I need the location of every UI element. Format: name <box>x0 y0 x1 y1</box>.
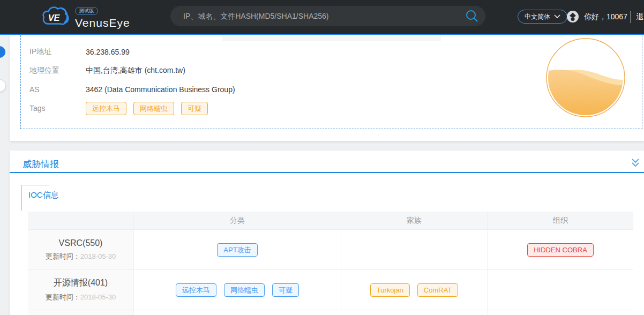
table-row-partial <box>28 310 633 315</box>
family-cell <box>341 310 488 315</box>
section-header: 威胁情报 <box>10 151 644 173</box>
table-row: VSRC(550) 更新时间：2018-05-30 APT攻击 HIDDEN C… <box>28 229 633 269</box>
section-title: 威胁情报 <box>23 158 59 170</box>
updated-date: 2018-05-30 <box>80 252 116 260</box>
header-cell-category: 分类 <box>134 212 341 229</box>
threat-intel-card: 威胁情报 IOC信息 分类 家族 组织 VSRC(550) <box>10 151 644 315</box>
category-cell <box>134 310 341 315</box>
source-cell: 开源情报(401) 更新时间：2018-05-30 <box>28 270 134 310</box>
chevron-down-icon <box>554 13 560 20</box>
table-row: 开源情报(401) 更新时间：2018-05-30 远控木马 网络蠕虫 可疑 T… <box>28 269 633 310</box>
floating-dock-button-white[interactable] <box>0 79 6 92</box>
summary-tag: 可疑 <box>181 102 208 115</box>
category-tag: 可疑 <box>272 283 299 297</box>
svg-text:VE: VE <box>48 13 61 22</box>
table-header-row: 分类 家族 组织 <box>28 212 633 229</box>
ioc-section-title: IOC信息 <box>28 190 59 200</box>
summary-tag: 网络蠕虫 <box>133 102 174 115</box>
category-tag: 网络蠕虫 <box>224 283 265 297</box>
beta-badge: 测试版 <box>75 7 98 15</box>
venuseye-page: VE 测试版 VenusEye 中文简体 <box>0 0 644 315</box>
organization-cell: HIDDEN COBRA <box>488 230 633 269</box>
language-label: 中文简体 <box>525 12 550 21</box>
summary-tag: 远控木马 <box>86 102 126 115</box>
field-value: 中国,台湾,高雄市 (cht.com.tw) <box>86 66 185 76</box>
family-cell: Turkojan ComRAT <box>341 270 488 310</box>
double-chevron-down-icon[interactable] <box>631 158 640 168</box>
organization-cell <box>488 310 633 315</box>
organization-tag: HIDDEN COBRA <box>527 243 594 257</box>
updated-label: 更新时间： <box>46 293 80 301</box>
field-row-as: AS 3462 (Data Communication Business Gro… <box>29 84 235 95</box>
search-bar <box>170 6 485 26</box>
language-selector[interactable]: 中文简体 <box>518 10 567 24</box>
source-cell: VSRC(550) 更新时间：2018-05-30 <box>28 230 134 269</box>
cloud-logo-icon: VE <box>41 5 72 32</box>
field-label: AS <box>29 85 86 94</box>
source-cell <box>28 310 134 315</box>
search-icon[interactable] <box>465 9 479 23</box>
source-name: VSRC(550) <box>59 238 103 248</box>
header-cell-organization: 组织 <box>488 212 633 229</box>
header-cell-family: 家族 <box>341 212 488 229</box>
header-cell-source <box>28 212 134 229</box>
field-label: Tags <box>29 104 86 112</box>
floating-dock-button-blue[interactable] <box>0 46 5 58</box>
ioc-table: 分类 家族 组织 VSRC(550) 更新时间：2018-05-30 APT攻击… <box>28 212 633 315</box>
field-row-tags: Tags 远控木马 网络蠕虫 可疑 <box>29 102 235 114</box>
field-label: 地理位置 <box>29 66 86 76</box>
user-avatar-icon[interactable] <box>566 10 580 24</box>
family-tag: ComRAT <box>417 283 458 297</box>
category-tag: 远控木马 <box>176 283 216 297</box>
family-cell <box>341 230 488 269</box>
category-cell: APT攻击 <box>134 230 341 269</box>
field-label: IP地址 <box>29 47 86 57</box>
updated-label: 更新时间： <box>46 252 80 260</box>
summary-fields: IP地址 36.238.65.99 地理位置 中国,台湾,高雄市 (cht.co… <box>29 46 235 121</box>
family-tag: Turkojan <box>370 283 410 297</box>
field-value: 3462 (Data Communication Business Group) <box>86 85 235 94</box>
risk-gauge <box>545 38 626 118</box>
brand-logo[interactable]: VE 测试版 VenusEye <box>41 5 130 32</box>
top-navbar: VE 测试版 VenusEye 中文简体 <box>0 0 644 35</box>
field-row-ip: IP地址 36.238.65.99 <box>29 46 235 58</box>
search-input[interactable] <box>170 6 485 26</box>
field-value: 36.238.65.99 <box>86 48 130 56</box>
user-greeting: 你好，10067 <box>584 12 627 22</box>
logout-link[interactable]: 退 <box>636 12 643 22</box>
updated-time: 更新时间：2018-05-30 <box>46 292 116 302</box>
nav-divider <box>630 11 631 23</box>
field-row-location: 地理位置 中国,台湾,高雄市 (cht.com.tw) <box>29 65 235 77</box>
organization-cell <box>488 270 633 310</box>
category-cell: 远控木马 网络蠕虫 可疑 <box>134 270 341 310</box>
updated-date: 2018-05-30 <box>80 293 116 301</box>
source-name: 开源情报(401) <box>54 278 108 289</box>
category-tag: APT攻击 <box>217 243 257 257</box>
updated-time: 更新时间：2018-05-30 <box>46 252 116 261</box>
